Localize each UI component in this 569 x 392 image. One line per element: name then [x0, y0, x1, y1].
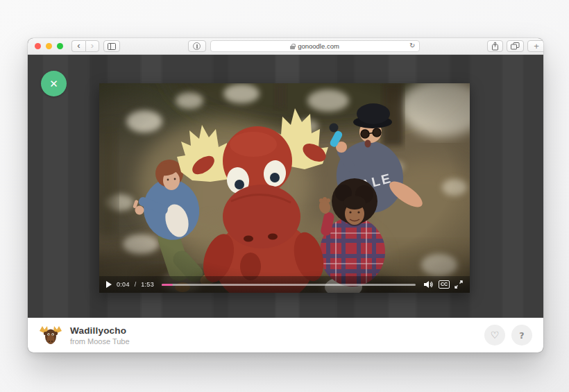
share-icon: [491, 42, 499, 51]
zoom-window-button[interactable]: [57, 43, 63, 49]
favorite-button[interactable]: ♡: [484, 325, 505, 346]
fullscreen-button[interactable]: [455, 280, 463, 289]
video-info-bar: Wadillyocho from Moose Tube ♡ ?: [28, 318, 543, 352]
current-time: 0:04: [117, 281, 130, 288]
sidebar-toggle-button[interactable]: [103, 40, 120, 52]
play-button[interactable]: [106, 281, 112, 288]
close-player-button[interactable]: ✕: [41, 71, 67, 96]
forward-button[interactable]: ›: [85, 40, 99, 52]
minimize-window-button[interactable]: [46, 43, 52, 49]
tree-silhouette: [502, 55, 523, 318]
moose-tube-avatar: [39, 323, 62, 347]
nav-buttons: ‹ ›: [71, 40, 99, 52]
volume-icon: [423, 280, 434, 289]
sidebar-icon: [108, 43, 116, 50]
video-channel: from Moose Tube: [70, 337, 130, 346]
new-tab-button[interactable]: +: [527, 40, 543, 52]
volume-button[interactable]: [423, 280, 434, 289]
browser-toolbar: ‹ › gonoodle.com ↻: [28, 38, 543, 55]
video-meta: Wadillyocho from Moose Tube: [70, 325, 130, 346]
info-icon: [193, 42, 201, 50]
back-icon: ‹: [77, 41, 80, 50]
url-text: gonoodle.com: [298, 42, 339, 50]
progress-bar[interactable]: [162, 284, 416, 286]
fullscreen-icon: [455, 280, 463, 289]
address-bar[interactable]: gonoodle.com ↻: [210, 40, 420, 52]
tab-overview-button[interactable]: [507, 40, 524, 52]
back-button[interactable]: ‹: [71, 40, 85, 52]
reload-button[interactable]: ↻: [409, 42, 415, 49]
page-info-button[interactable]: [188, 40, 206, 52]
help-button[interactable]: ?: [511, 325, 532, 346]
toolbar-right-buttons: +: [487, 40, 539, 52]
close-window-button[interactable]: [35, 43, 41, 49]
browser-window: ‹ › gonoodle.com ↻: [28, 38, 543, 352]
heart-icon: ♡: [491, 330, 500, 340]
video-player[interactable]: KALE: [99, 83, 470, 293]
tabs-icon: [511, 42, 520, 50]
share-button[interactable]: [487, 40, 503, 52]
forward-icon: ›: [91, 41, 94, 50]
video-scene: KALE: [99, 83, 470, 293]
player-stage: ✕: [28, 55, 543, 318]
footer-actions: ♡ ?: [484, 325, 532, 346]
question-icon: ?: [519, 330, 524, 341]
captions-button[interactable]: CC: [439, 280, 450, 288]
video-controls: 0:04 / 1:53 CC: [99, 276, 470, 293]
close-icon: ✕: [49, 78, 58, 90]
time-separator: /: [135, 281, 137, 288]
window-controls: [35, 43, 63, 49]
video-title: Wadillyocho: [70, 325, 130, 336]
progress-fill: [162, 284, 173, 286]
duration: 1:53: [141, 281, 154, 288]
lock-icon: [290, 44, 295, 50]
